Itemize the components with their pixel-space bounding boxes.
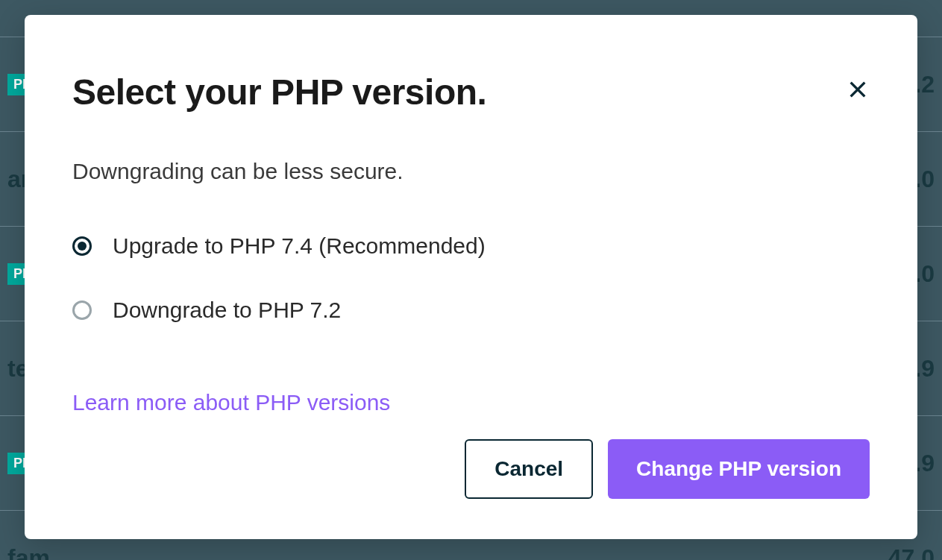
php-version-radio-group: Upgrade to PHP 7.4 (Recommended) Downgra… — [72, 233, 870, 362]
php-version-modal: Select your PHP version. Downgrading can… — [25, 15, 917, 539]
close-icon — [846, 78, 870, 101]
close-button[interactable] — [840, 72, 876, 107]
change-php-version-button[interactable]: Change PHP version — [608, 439, 870, 499]
radio-option-upgrade[interactable]: Upgrade to PHP 7.4 (Recommended) — [72, 233, 870, 259]
radio-label: Upgrade to PHP 7.4 (Recommended) — [113, 233, 486, 259]
radio-icon — [72, 236, 92, 256]
modal-title: Select your PHP version. — [72, 72, 486, 113]
bg-value: 47.0 — [888, 544, 935, 560]
radio-icon — [72, 301, 92, 320]
radio-label: Downgrade to PHP 7.2 — [113, 298, 341, 323]
learn-more-link[interactable]: Learn more about PHP versions — [72, 390, 870, 415]
modal-footer: Cancel Change PHP version — [72, 439, 870, 499]
modal-header: Select your PHP version. — [72, 72, 870, 113]
cancel-button[interactable]: Cancel — [465, 439, 593, 499]
radio-dot-icon — [78, 242, 87, 251]
radio-option-downgrade[interactable]: Downgrade to PHP 7.2 — [72, 298, 870, 323]
bg-label: fam — [7, 544, 50, 560]
modal-subtitle: Downgrading can be less secure. — [72, 159, 870, 184]
